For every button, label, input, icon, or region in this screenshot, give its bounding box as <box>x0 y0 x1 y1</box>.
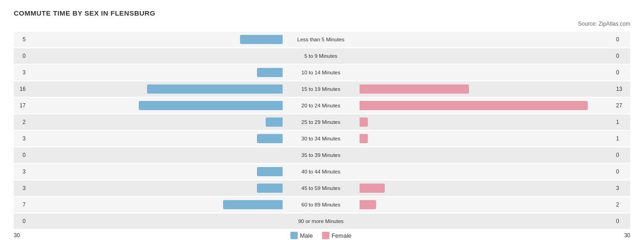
female-value: 0 <box>614 69 630 76</box>
row-label: 35 to 39 Minutes <box>284 152 358 158</box>
female-value: 1 <box>614 119 630 125</box>
male-value: 3 <box>14 135 27 142</box>
bar-row: 3 10 to 14 Minutes 0 <box>14 65 630 80</box>
female-bar <box>360 200 377 209</box>
bar-row: 5 Less than 5 Minutes 0 <box>14 32 630 47</box>
row-label: 10 to 14 Minutes <box>284 70 358 75</box>
bar-row: 3 45 to 59 Minutes 3 <box>14 180 630 196</box>
row-label: 45 to 59 Minutes <box>284 185 358 191</box>
female-value: 3 <box>614 185 630 191</box>
row-label: Less than 5 Minutes <box>284 37 358 42</box>
bar-row: 2 25 to 29 Minutes 1 <box>14 114 630 130</box>
bar-row: 7 60 to 89 Minutes 2 <box>14 197 630 212</box>
bar-row: 3 40 to 44 Minutes 0 <box>14 164 630 179</box>
male-value: 5 <box>14 36 27 43</box>
male-bar <box>266 117 283 127</box>
male-bar-container <box>27 167 284 176</box>
bar-row: 0 90 or more Minutes 0 <box>14 213 630 229</box>
female-bar-container <box>358 167 615 176</box>
legend-female-label: Female <box>332 232 351 239</box>
axis-right-label: 30 <box>614 232 630 239</box>
male-bar-container <box>27 200 284 209</box>
legend-male-label: Male <box>300 232 313 239</box>
source-label: Source: ZipAtlas.com <box>14 21 630 27</box>
male-value: 3 <box>14 69 27 76</box>
bar-row: 3 30 to 34 Minutes 1 <box>14 131 630 146</box>
male-value: 0 <box>14 53 27 59</box>
female-bar <box>360 117 368 127</box>
male-value: 17 <box>14 102 27 109</box>
female-value: 1 <box>614 135 630 142</box>
female-bar-container <box>358 84 615 94</box>
axis-left-label: 30 <box>14 232 27 239</box>
male-value: 7 <box>14 201 27 208</box>
male-bar-container <box>27 51 284 61</box>
female-bar <box>360 101 588 110</box>
female-bar <box>360 184 385 193</box>
legend-male: Male <box>290 232 313 239</box>
female-bar <box>360 134 368 143</box>
page-title: COMMUTE TIME BY SEX IN FLENSBURG <box>14 9 630 17</box>
male-bar-container <box>27 184 284 193</box>
female-bar-container <box>358 51 615 61</box>
female-value: 0 <box>614 36 630 43</box>
female-bar-container <box>358 151 615 160</box>
female-value: 0 <box>614 218 630 224</box>
female-bar-container <box>358 200 615 209</box>
male-bar-container <box>27 35 284 44</box>
male-bar <box>223 200 282 209</box>
male-bar <box>139 101 283 110</box>
female-value: 13 <box>614 86 630 92</box>
female-value: 0 <box>614 152 630 158</box>
legend-male-icon <box>290 232 298 239</box>
row-label: 25 to 29 Minutes <box>284 119 358 125</box>
bar-row: 0 35 to 39 Minutes 0 <box>14 147 630 163</box>
female-bar-container <box>358 217 615 226</box>
female-bar-container <box>358 134 615 143</box>
row-label: 40 to 44 Minutes <box>284 169 358 174</box>
chart-area: 5 Less than 5 Minutes 0 0 5 to 9 Minutes… <box>14 32 630 229</box>
male-bar <box>257 167 282 176</box>
female-value: 0 <box>614 168 630 175</box>
bar-row: 17 20 to 24 Minutes 27 <box>14 98 630 113</box>
bar-row: 16 15 to 19 Minutes 13 <box>14 81 630 97</box>
female-value: 0 <box>614 53 630 59</box>
male-bar-container <box>27 134 284 143</box>
male-bar-container <box>27 117 284 127</box>
female-value: 27 <box>614 102 630 109</box>
male-bar-container <box>27 68 284 77</box>
female-bar <box>360 84 469 94</box>
row-label: 30 to 34 Minutes <box>284 136 358 141</box>
male-bar-container <box>27 101 284 110</box>
male-bar-container <box>27 84 284 94</box>
male-value: 0 <box>14 152 27 158</box>
male-value: 16 <box>14 86 27 92</box>
male-bar-container <box>27 217 284 226</box>
row-label: 20 to 24 Minutes <box>284 103 358 108</box>
male-value: 0 <box>14 218 27 224</box>
female-bar-container <box>358 117 615 127</box>
male-bar-container <box>27 151 284 160</box>
legend-female: Female <box>322 232 351 239</box>
row-label: 5 to 9 Minutes <box>284 53 358 59</box>
male-bar <box>257 134 282 143</box>
male-bar <box>257 184 282 193</box>
male-bar <box>257 68 282 77</box>
male-value: 2 <box>14 119 27 125</box>
female-bar-container <box>358 101 615 110</box>
female-value: 2 <box>614 201 630 208</box>
male-value: 3 <box>14 185 27 191</box>
male-bar <box>147 84 282 94</box>
row-label: 15 to 19 Minutes <box>284 86 358 92</box>
row-label: 90 or more Minutes <box>284 218 358 224</box>
female-bar-container <box>358 35 615 44</box>
female-bar-container <box>358 68 615 77</box>
legend: Male Female <box>27 232 614 239</box>
male-bar <box>240 35 282 44</box>
row-label: 60 to 89 Minutes <box>284 202 358 207</box>
legend-female-icon <box>322 232 329 239</box>
bar-row: 0 5 to 9 Minutes 0 <box>14 48 630 64</box>
male-value: 3 <box>14 168 27 175</box>
female-bar-container <box>358 184 615 193</box>
